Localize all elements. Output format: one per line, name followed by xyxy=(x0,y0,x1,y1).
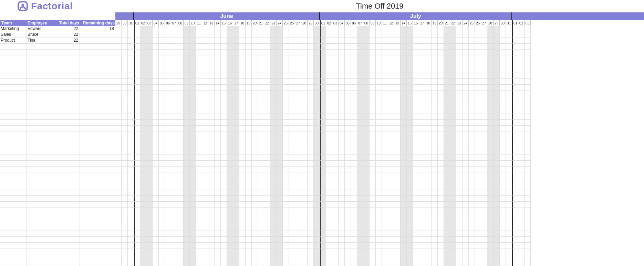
grid-cell xyxy=(122,55,128,61)
grid-cell xyxy=(456,167,463,172)
employee-table: MarketingEdward2218SalesBruce22ProductTi… xyxy=(0,26,115,266)
grid-cell xyxy=(171,184,177,190)
grid-cell xyxy=(370,32,376,38)
grid-cell xyxy=(332,178,339,184)
grid-cell xyxy=(401,219,407,225)
grid-cell xyxy=(419,44,425,50)
grid-cell xyxy=(363,155,370,161)
grid-cell xyxy=(425,213,432,219)
day-header-cell: 02 xyxy=(140,20,146,26)
grid-cell xyxy=(264,172,270,178)
grid-cell xyxy=(202,208,208,213)
grid-cell xyxy=(463,67,469,73)
day-header-cell: 30 xyxy=(314,20,320,26)
grid-cell xyxy=(363,172,370,178)
grid-cell xyxy=(438,131,444,137)
grid-cell xyxy=(463,231,469,237)
grid-cell xyxy=(357,237,363,243)
grid-cell xyxy=(215,96,221,102)
table-cell xyxy=(55,172,80,178)
grid-cell xyxy=(438,38,444,44)
grid-cell xyxy=(190,79,196,85)
grid-cell xyxy=(308,108,314,114)
grid-cell xyxy=(252,243,258,248)
grid-cell xyxy=(252,208,258,213)
grid-cell xyxy=(481,219,487,225)
grid-cell xyxy=(413,167,419,172)
grid-cell xyxy=(196,225,202,231)
grid-cell xyxy=(115,161,122,167)
grid-cell xyxy=(382,120,388,126)
grid-cell xyxy=(407,26,413,32)
grid-cell xyxy=(413,79,419,85)
table-cell xyxy=(80,172,115,178)
table-row xyxy=(0,254,115,260)
grid-cell xyxy=(227,161,233,167)
table-row xyxy=(0,237,115,243)
grid-cell xyxy=(419,225,425,231)
grid-cell xyxy=(122,184,128,190)
grid-cell xyxy=(308,85,314,91)
grid-cell xyxy=(314,190,320,196)
grid-cell xyxy=(177,120,184,126)
grid-cell xyxy=(444,137,450,143)
grid-cell xyxy=(184,114,190,120)
grid-cell xyxy=(469,260,475,266)
grid-cell xyxy=(351,85,357,91)
grid-cell xyxy=(363,243,370,248)
grid-cell xyxy=(481,32,487,38)
grid-cell xyxy=(487,202,494,208)
grid-cell xyxy=(363,231,370,237)
grid-cell xyxy=(134,208,140,213)
day-header-cell: 03 xyxy=(332,20,339,26)
grid-cell xyxy=(171,167,177,172)
grid-cell xyxy=(239,126,246,131)
grid-cell xyxy=(227,26,233,32)
grid-cell xyxy=(370,202,376,208)
grid-cell xyxy=(494,190,500,196)
grid-cell xyxy=(351,137,357,143)
grid-cell xyxy=(376,219,382,225)
grid-row xyxy=(115,79,644,85)
grid-cell xyxy=(339,184,345,190)
grid-cell xyxy=(320,167,326,172)
grid-cell xyxy=(450,161,456,167)
grid-cell xyxy=(456,32,463,38)
grid-cell xyxy=(196,26,202,32)
grid-cell xyxy=(413,91,419,96)
grid-cell xyxy=(388,91,394,96)
grid-cell xyxy=(115,73,122,79)
grid-cell xyxy=(394,172,401,178)
grid-cell xyxy=(524,114,531,120)
grid-cell xyxy=(283,32,289,38)
grid-cell xyxy=(469,67,475,73)
grid-cell xyxy=(301,254,308,260)
grid-cell xyxy=(165,114,171,120)
grid-cell xyxy=(177,237,184,243)
grid-cell xyxy=(320,67,326,73)
grid-cell xyxy=(146,96,153,102)
grid-cell xyxy=(177,32,184,38)
grid-cell xyxy=(258,202,264,208)
grid-cell xyxy=(494,172,500,178)
grid-cell xyxy=(326,102,332,108)
grid-cell xyxy=(518,155,524,161)
grid-cell xyxy=(134,73,140,79)
table-cell xyxy=(55,79,80,84)
grid-cell xyxy=(252,102,258,108)
table-cell xyxy=(80,178,115,184)
grid-cell xyxy=(475,85,481,91)
grid-cell xyxy=(277,161,283,167)
grid-cell xyxy=(270,102,277,108)
grid-cell xyxy=(159,178,165,184)
grid-cell xyxy=(456,102,463,108)
grid-cell xyxy=(345,61,351,67)
grid-cell xyxy=(140,91,146,96)
grid-cell xyxy=(438,108,444,114)
grid-cell xyxy=(153,208,159,213)
grid-cell xyxy=(401,85,407,91)
grid-cell xyxy=(215,161,221,167)
grid-cell xyxy=(506,61,512,67)
grid-cell xyxy=(332,219,339,225)
grid-cell xyxy=(239,196,246,202)
